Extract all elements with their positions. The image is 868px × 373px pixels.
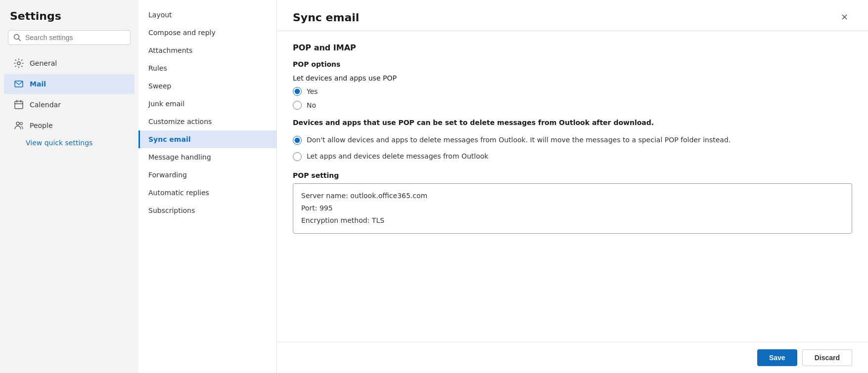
pop-server-line: Server name: outlook.office365.com xyxy=(301,190,844,202)
submenu-attachments[interactable]: Attachments xyxy=(138,41,276,59)
gear-icon xyxy=(14,58,24,68)
svg-line-1 xyxy=(19,39,21,41)
radio-no-input[interactable] xyxy=(293,101,302,110)
radio-no-delete-input[interactable] xyxy=(293,136,302,145)
delete-radio-group: Don't allow devices and apps to delete m… xyxy=(293,135,852,162)
search-input[interactable] xyxy=(25,34,125,41)
radio-allow-delete[interactable]: Let apps and devices delete messages fro… xyxy=(293,151,852,162)
main-body: POP and IMAP POP options Let devices and… xyxy=(277,31,868,342)
radio-yes-input[interactable] xyxy=(293,87,302,96)
mail-icon xyxy=(14,79,24,89)
submenu-auto[interactable]: Automatic replies xyxy=(138,184,276,202)
view-quick-settings-link[interactable]: View quick settings xyxy=(0,136,138,150)
mail-label: Mail xyxy=(30,80,46,88)
svg-rect-4 xyxy=(15,101,23,109)
main-header: Sync email ✕ xyxy=(277,0,868,31)
pop-setting-box: Server name: outlook.office365.com Port:… xyxy=(293,183,852,234)
pop-use-radio-group: Yes No xyxy=(293,87,852,110)
submenu: Layout Compose and reply Attachments Rul… xyxy=(138,0,277,373)
svg-point-2 xyxy=(17,62,20,65)
radio-yes[interactable]: Yes xyxy=(293,87,852,96)
sidebar: Settings General Mail Calendar xyxy=(0,0,138,373)
people-label: People xyxy=(30,122,53,129)
general-label: General xyxy=(30,59,57,67)
svg-point-8 xyxy=(16,122,19,125)
radio-no-delete[interactable]: Don't allow devices and apps to delete m… xyxy=(293,135,852,145)
app-title: Settings xyxy=(0,10,138,30)
search-box[interactable] xyxy=(8,30,131,45)
submenu-layout[interactable]: Layout xyxy=(138,6,276,24)
sidebar-item-calendar[interactable]: Calendar xyxy=(4,95,135,115)
submenu-junk[interactable]: Junk email xyxy=(138,95,276,113)
close-button[interactable]: ✕ xyxy=(837,10,852,25)
sidebar-item-people[interactable]: People xyxy=(4,116,135,135)
svg-rect-3 xyxy=(15,81,23,87)
radio-no[interactable]: No xyxy=(293,101,852,110)
submenu-forwarding[interactable]: Forwarding xyxy=(138,166,276,184)
calendar-label: Calendar xyxy=(30,101,61,109)
sidebar-item-mail[interactable]: Mail xyxy=(4,74,135,94)
submenu-customize[interactable]: Customize actions xyxy=(138,113,276,130)
submenu-rules[interactable]: Rules xyxy=(138,59,276,77)
submenu-sweep[interactable]: Sweep xyxy=(138,77,276,95)
submenu-subscriptions[interactable]: Subscriptions xyxy=(138,202,276,219)
main-footer: Save Discard xyxy=(277,342,868,373)
pop-setting-label: POP setting xyxy=(293,171,852,179)
page-title: Sync email xyxy=(293,11,359,24)
svg-point-9 xyxy=(20,123,23,125)
pop-port-line: Port: 995 xyxy=(301,202,844,214)
discard-button[interactable]: Discard xyxy=(802,349,852,366)
radio-allow-delete-input[interactable] xyxy=(293,152,302,161)
sidebar-item-general[interactable]: General xyxy=(4,53,135,73)
radio-no-delete-label: Don't allow devices and apps to delete m… xyxy=(307,135,731,145)
pop-options-title: POP options xyxy=(293,60,852,68)
submenu-message[interactable]: Message handling xyxy=(138,148,276,166)
submenu-sync[interactable]: Sync email xyxy=(138,130,276,148)
pop-encryption-line: Encryption method: TLS xyxy=(301,214,844,227)
section-title-pop-imap: POP and IMAP xyxy=(293,43,852,52)
search-icon xyxy=(13,34,21,41)
people-icon xyxy=(14,121,24,130)
submenu-compose[interactable]: Compose and reply xyxy=(138,24,276,41)
radio-yes-label: Yes xyxy=(307,87,318,95)
main-panel: Sync email ✕ POP and IMAP POP options Le… xyxy=(277,0,868,373)
pop-label: Let devices and apps use POP xyxy=(293,74,852,82)
radio-no-label: No xyxy=(307,101,316,109)
delete-warning: Devices and apps that use POP can be set… xyxy=(293,118,852,128)
radio-allow-delete-label: Let apps and devices delete messages fro… xyxy=(307,151,488,162)
calendar-icon xyxy=(14,100,24,110)
save-button[interactable]: Save xyxy=(757,349,797,366)
